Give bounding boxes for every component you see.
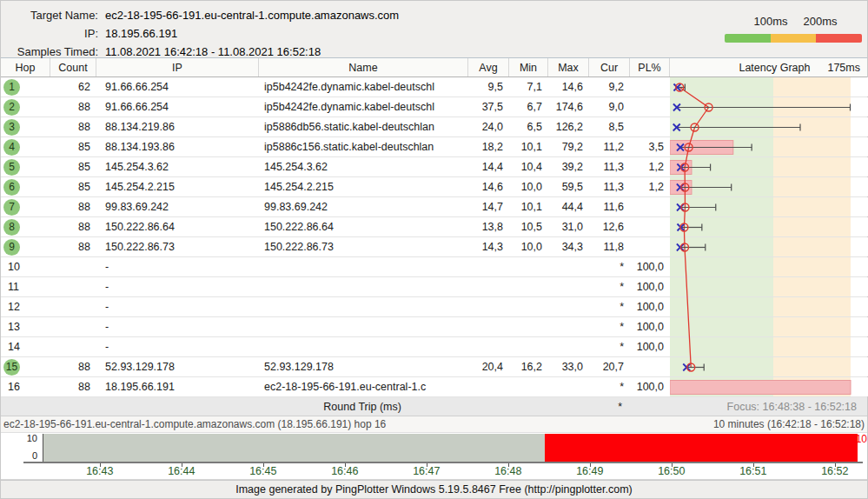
table-header-row: Hop Count IP Name Avg Min Max Cur PL% La… bbox=[1, 58, 867, 77]
timeline-graph-area[interactable] bbox=[43, 434, 858, 462]
count-cell: 88 bbox=[50, 197, 96, 216]
table-row-hop-14[interactable]: 14-*100,0 bbox=[1, 337, 867, 357]
timeline-title-bar: ec2-18-195-66-191.eu-central-1.compute.a… bbox=[1, 416, 867, 433]
table-row-hop-7[interactable]: 78899.83.69.24299.83.69.24214,710,144,41… bbox=[1, 197, 867, 217]
ip-label: IP: bbox=[1, 24, 98, 43]
round-trip-row: Round Trip (ms) * Focus: 16:48:38 - 16:5… bbox=[1, 397, 867, 416]
tick-mark bbox=[427, 463, 427, 467]
count-cell: 62 bbox=[50, 77, 96, 96]
count-cell bbox=[50, 297, 96, 316]
table-row-hop-12[interactable]: 12-*100,0 bbox=[1, 297, 867, 317]
pl-cell: 100,0 bbox=[630, 317, 670, 336]
cur-cell: 12,6 bbox=[589, 217, 630, 236]
hop-number-badge: 9 bbox=[3, 239, 20, 256]
hop-cell: 2 bbox=[1, 97, 50, 116]
column-header-max[interactable]: Max bbox=[548, 58, 589, 77]
column-header-cur[interactable]: Cur bbox=[589, 58, 630, 77]
ip-cell: 91.66.66.254 bbox=[96, 77, 259, 96]
count-cell: 88 bbox=[50, 97, 96, 116]
table-body: 16291.66.66.254ip5b4242fe.dynamic.kabel-… bbox=[1, 77, 867, 397]
latency-cell bbox=[670, 137, 868, 156]
column-header-pl[interactable]: PL% bbox=[630, 58, 670, 77]
cur-cell: * bbox=[589, 337, 630, 356]
latency-cell bbox=[670, 277, 868, 296]
pl-cell: 100,0 bbox=[630, 277, 670, 296]
tick-mark bbox=[590, 463, 591, 467]
hop-cell: 12 bbox=[1, 297, 50, 316]
table-row-hop-8[interactable]: 888150.222.86.64150.222.86.6413,810,531,… bbox=[1, 217, 867, 237]
min-cell: 6,5 bbox=[509, 117, 548, 136]
name-cell: ip5b4242fe.dynamic.kabel-deutschl bbox=[259, 77, 468, 96]
tick-label-16:45: 16:45 bbox=[249, 465, 276, 477]
pl-cell bbox=[630, 357, 670, 376]
column-header-min[interactable]: Min bbox=[509, 58, 548, 77]
pl-cell bbox=[630, 217, 670, 236]
table-row-hop-16[interactable]: 168818.195.66.191ec2-18-195-66-191.eu-ce… bbox=[1, 377, 867, 397]
tick-mark bbox=[753, 463, 754, 467]
max-cell bbox=[548, 377, 589, 396]
table-row-hop-15[interactable]: 158852.93.129.17852.93.129.17820,416,233… bbox=[1, 357, 867, 377]
latency-cell bbox=[670, 377, 868, 396]
hop-cell: 8 bbox=[1, 217, 50, 236]
table-row-hop-5[interactable]: 585145.254.3.62145.254.3.6214,410,439,21… bbox=[1, 157, 867, 177]
min-cell: 16,2 bbox=[509, 357, 548, 376]
min-cell bbox=[509, 257, 548, 276]
name-cell bbox=[259, 337, 468, 356]
column-header-hop[interactable]: Hop bbox=[1, 58, 50, 77]
table-row-hop-2[interactable]: 28891.66.66.254ip5b4242fe.dynamic.kabel-… bbox=[1, 97, 867, 117]
cur-cell: 11,2 bbox=[589, 137, 630, 156]
cur-cell: 11,3 bbox=[589, 177, 630, 196]
count-cell bbox=[50, 257, 96, 276]
max-cell: 39,2 bbox=[548, 157, 589, 176]
latency-cell bbox=[670, 97, 868, 116]
column-header-latency-graph[interactable]: Latency Graph 175ms bbox=[670, 58, 868, 77]
latency-scale-label: 175ms bbox=[827, 62, 860, 74]
tick-mark bbox=[182, 463, 182, 467]
table-row-hop-4[interactable]: 48588.134.193.86ip5886c156.static.kabel-… bbox=[1, 137, 867, 157]
name-cell: ec2-18-195-66-191.eu-central-1.c bbox=[259, 377, 468, 396]
max-cell: 34,3 bbox=[548, 237, 589, 256]
footer-bar: Image generated by PingPlotter Windows 5… bbox=[1, 480, 867, 498]
tick-mark bbox=[100, 463, 101, 467]
hop-cell: 14 bbox=[1, 337, 50, 356]
count-cell: 88 bbox=[50, 357, 96, 376]
table-row-hop-9[interactable]: 988150.222.86.73150.222.86.7314,310,034,… bbox=[1, 237, 867, 257]
ip-cell: - bbox=[96, 277, 259, 296]
hop-cell: 16 bbox=[1, 377, 50, 396]
packet-loss-region[interactable] bbox=[545, 434, 858, 462]
column-header-avg[interactable]: Avg bbox=[468, 58, 509, 77]
table-row-hop-11[interactable]: 11-*100,0 bbox=[1, 277, 867, 297]
avg-cell: 18,2 bbox=[468, 137, 509, 156]
min-cell bbox=[509, 317, 548, 336]
table-row-hop-3[interactable]: 38888.134.219.86ip5886db56.static.kabel-… bbox=[1, 117, 867, 137]
hop-number-badge: 15 bbox=[3, 359, 20, 376]
ip-cell: 88.134.193.86 bbox=[96, 137, 259, 156]
name-cell: 150.222.86.73 bbox=[259, 237, 468, 256]
tick-mark bbox=[672, 463, 673, 467]
pl-cell bbox=[630, 237, 670, 256]
table-row-hop-10[interactable]: 10-*100,0 bbox=[1, 257, 867, 277]
count-cell: 88 bbox=[50, 117, 96, 136]
hop-cell: 10 bbox=[1, 257, 50, 276]
table-row-hop-1[interactable]: 16291.66.66.254ip5b4242fe.dynamic.kabel-… bbox=[1, 77, 867, 97]
hop-cell: 6 bbox=[1, 177, 50, 196]
column-header-name[interactable]: Name bbox=[259, 58, 468, 77]
round-trip-cur: * bbox=[587, 401, 628, 413]
ip-cell: 91.66.66.254 bbox=[96, 97, 259, 116]
generated-by-label: Image generated by PingPlotter Windows 5… bbox=[235, 483, 633, 496]
timeline-plot: 10 0 10 bbox=[1, 433, 867, 463]
hop-cell: 1 bbox=[1, 77, 50, 96]
table-row-hop-6[interactable]: 685145.254.2.215145.254.2.21514,610,059,… bbox=[1, 177, 867, 197]
ip-cell: 18.195.66.191 bbox=[96, 377, 259, 396]
table-row-hop-13[interactable]: 13-*100,0 bbox=[1, 317, 867, 337]
focus-range-label[interactable]: Focus: 16:48:38 - 16:52:18 bbox=[668, 401, 867, 413]
avg-cell bbox=[468, 297, 509, 316]
hop-number-badge: 1 bbox=[3, 79, 20, 96]
hop-number-badge: 8 bbox=[3, 219, 20, 236]
column-header-count[interactable]: Count bbox=[50, 58, 96, 77]
min-cell: 6,7 bbox=[509, 97, 548, 116]
ip-cell: - bbox=[96, 317, 259, 336]
column-header-ip[interactable]: IP bbox=[96, 58, 259, 77]
min-cell bbox=[509, 337, 548, 356]
max-cell: 79,2 bbox=[548, 137, 589, 156]
